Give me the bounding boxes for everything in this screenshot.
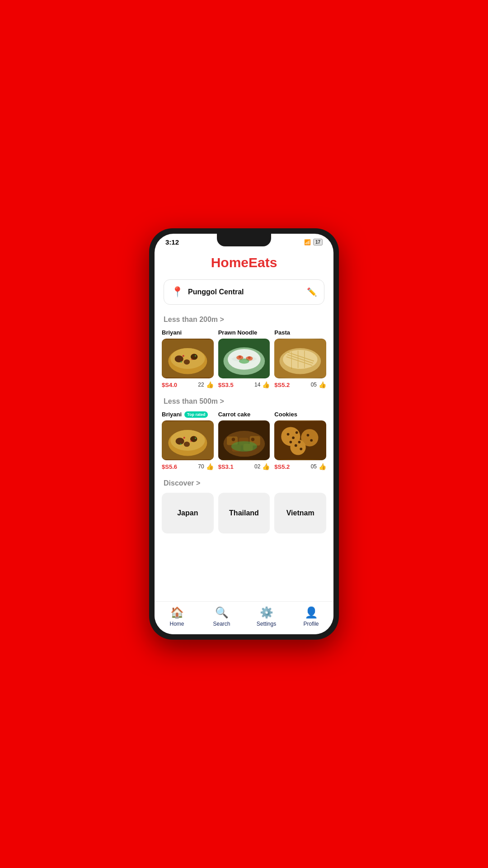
svg-point-59 — [300, 448, 303, 450]
food-name-row: Pasta — [274, 329, 326, 336]
svg-point-57 — [310, 439, 313, 442]
discover-header: Discover > — [164, 479, 324, 487]
svg-point-3 — [175, 355, 183, 362]
food-card-pasta-200m[interactable]: Pasta — [274, 329, 326, 388]
svg-point-33 — [184, 442, 190, 447]
food-likes: 02 👍 — [254, 463, 270, 470]
discover-card-japan[interactable]: Japan — [162, 493, 214, 533]
food-name: Briyani — [162, 329, 182, 336]
svg-point-9 — [195, 355, 196, 357]
svg-point-58 — [295, 444, 297, 447]
food-card-carrot-500m[interactable]: Carrot cake — [218, 411, 270, 470]
food-price: $S3.5 — [218, 382, 234, 388]
food-price-row: $S5.2 05 👍 — [274, 381, 326, 388]
food-name-row: Prawn Noodle — [218, 329, 270, 336]
food-image-prawn — [218, 339, 270, 378]
discover-card-vietnam[interactable]: Vietnam — [274, 493, 326, 533]
food-name: Prawn Noodle — [218, 329, 258, 336]
like-count: 02 — [254, 463, 260, 470]
svg-point-36 — [180, 443, 182, 445]
food-price: $S3.1 — [218, 463, 234, 470]
food-likes: 14 👍 — [254, 381, 270, 388]
location-left: 📍 Punggol Central — [171, 286, 244, 298]
thumb-up-icon: 👍 — [206, 463, 214, 470]
food-image-cookies — [274, 420, 326, 460]
discover-card-thailand[interactable]: Thailand — [218, 493, 270, 533]
svg-point-37 — [195, 438, 196, 439]
svg-point-27 — [283, 350, 317, 369]
app-title: HomeEats — [155, 248, 333, 279]
food-card-cookies-500m[interactable]: Cookies — [274, 411, 326, 470]
food-card-prawn-200m[interactable]: Prawn Noodle — [218, 329, 270, 388]
food-price-row: $S4.0 22 👍 — [162, 381, 214, 388]
profile-label: Profile — [303, 621, 319, 627]
svg-point-56 — [307, 434, 310, 437]
food-likes: 05 👍 — [311, 381, 326, 388]
nav-item-profile[interactable]: 👤 Profile — [298, 606, 325, 627]
status-icons: 📶 17 — [304, 239, 323, 245]
discover-label-thailand: Thailand — [229, 509, 259, 517]
home-icon: 🏠 — [170, 606, 184, 619]
location-text: Punggol Central — [188, 288, 244, 296]
food-name: Pasta — [274, 329, 290, 336]
svg-point-7 — [191, 359, 192, 360]
location-pin-icon: 📍 — [171, 286, 183, 298]
settings-label: Settings — [257, 621, 276, 627]
top-rated-badge: Top rated — [184, 411, 208, 418]
food-image-briyani — [162, 339, 214, 378]
svg-point-16 — [248, 356, 251, 359]
svg-point-60 — [298, 441, 301, 443]
food-name-row: Briyani Top rated — [162, 411, 214, 418]
food-image-briyani2 — [162, 420, 214, 460]
like-count: 70 — [198, 463, 204, 470]
food-name-row: Cookies — [274, 411, 326, 418]
food-price: $S5.2 — [274, 463, 290, 470]
food-grid-500m: Briyani Top rated — [162, 411, 326, 470]
location-bar[interactable]: 📍 Punggol Central ✏️ — [164, 279, 324, 305]
nav-item-search[interactable]: 🔍 Search — [208, 606, 235, 627]
home-label: Home — [169, 621, 184, 627]
food-card-briyani-500m[interactable]: Briyani Top rated — [162, 411, 214, 470]
food-image-pasta — [274, 339, 326, 378]
svg-point-6 — [183, 355, 184, 357]
svg-point-17 — [239, 359, 249, 363]
search-icon: 🔍 — [215, 606, 229, 619]
like-count: 05 — [311, 463, 317, 470]
food-price: $S5.6 — [162, 463, 177, 470]
wifi-icon: 📶 — [304, 239, 311, 245]
main-scroll: HomeEats 📍 Punggol Central ✏️ Less than … — [155, 248, 333, 601]
settings-icon: ⚙️ — [260, 606, 273, 619]
svg-point-45 — [231, 438, 235, 441]
section-header-200m: Less than 200m > — [164, 316, 324, 324]
nav-item-settings[interactable]: ⚙️ Settings — [253, 606, 280, 627]
svg-point-34 — [183, 437, 185, 439]
food-name-row: Carrot cake — [218, 411, 270, 418]
thumb-up-icon: 👍 — [206, 381, 214, 388]
food-grid-200m: Briyani — [162, 329, 326, 388]
thumb-up-icon: 👍 — [319, 381, 326, 388]
food-price-row: $S5.6 70 👍 — [162, 463, 214, 470]
svg-point-5 — [184, 359, 190, 364]
svg-point-8 — [181, 361, 182, 363]
food-price-row: $S3.5 14 👍 — [218, 381, 270, 388]
svg-point-31 — [176, 438, 184, 444]
svg-point-53 — [292, 436, 295, 439]
edit-location-icon[interactable]: ✏️ — [307, 287, 317, 297]
thumb-up-icon: 👍 — [319, 463, 326, 470]
food-price-row: $S3.1 02 👍 — [218, 463, 270, 470]
food-card-briyani-200m[interactable]: Briyani — [162, 329, 214, 388]
section-header-500m: Less than 500m > — [164, 397, 324, 406]
food-name-row: Briyani — [162, 329, 214, 336]
phone-frame: 3:12 📶 17 HomeEats 📍 Punggol Central ✏️ … — [149, 228, 339, 640]
food-price: $S4.0 — [162, 382, 177, 388]
bottom-nav: 🏠 Home 🔍 Search ⚙️ Settings 👤 Profile — [155, 601, 333, 634]
phone-screen: 3:12 📶 17 HomeEats 📍 Punggol Central ✏️ … — [155, 234, 333, 634]
food-name: Briyani — [162, 411, 182, 418]
profile-icon: 👤 — [305, 606, 318, 619]
nav-item-home[interactable]: 🏠 Home — [164, 606, 191, 627]
food-price-row: $S5.2 05 👍 — [274, 463, 326, 470]
discover-grid: Japan Thailand Vietnam — [162, 493, 326, 533]
food-likes: 05 👍 — [311, 463, 326, 470]
food-likes: 22 👍 — [198, 381, 213, 388]
svg-point-35 — [191, 440, 192, 442]
